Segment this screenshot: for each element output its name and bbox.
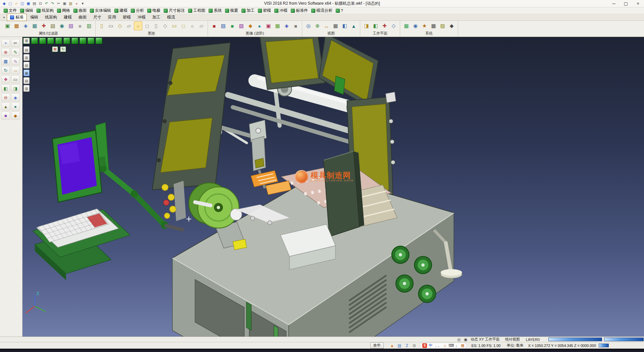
palette-icon[interactable]: ❖	[1, 75, 10, 83]
save-icon[interactable]: ◫	[19, 1, 25, 6]
view-list-icon[interactable]: ≣	[23, 38, 30, 44]
save-all-icon[interactable]: ▣	[25, 1, 31, 6]
half-shade-right-icon[interactable]: ◨	[11, 84, 20, 92]
menu-electrode[interactable]: 电极	[146, 7, 162, 14]
graphics-cube-icon[interactable]: □	[179, 21, 187, 30]
view-cube-right-icon[interactable]	[55, 38, 62, 44]
system-snap-icon[interactable]: ★	[420, 21, 429, 30]
graphics-wedge-icon[interactable]: ◇	[161, 21, 169, 30]
side-tool-icon-2[interactable]: ▥	[23, 54, 30, 61]
tab-die[interactable]: 冲模	[134, 13, 149, 21]
cut-tool-icon[interactable]: ✂	[11, 39, 20, 47]
tabbar-dropdown-icon[interactable]: ▾	[1, 16, 7, 19]
ime-mic-icon[interactable]: ♩	[455, 343, 459, 348]
undo-icon[interactable]: ↶	[44, 1, 49, 6]
new-file-icon[interactable]: ▢	[7, 1, 13, 6]
move-icon[interactable]: ↔	[11, 66, 20, 74]
gem-icon[interactable]: ◈	[11, 93, 20, 101]
menu-machining[interactable]: 加工	[240, 7, 256, 14]
filter-shade-icon[interactable]: ▧	[67, 21, 75, 30]
tab-wireframe[interactable]: 线架构	[42, 13, 60, 21]
layer-manager-icon[interactable]: ◈	[21, 21, 30, 30]
graphics-cone-icon[interactable]: ◇	[116, 21, 124, 30]
tab-mold[interactable]: 塑模	[119, 13, 134, 21]
menu-mesh[interactable]: 网格	[55, 7, 72, 14]
tab-flow[interactable]: 模流	[164, 13, 178, 21]
ime-emoji-icon[interactable]: ☺	[443, 343, 447, 348]
workplane-left-icon[interactable]: ◧	[371, 21, 380, 30]
menu-edit[interactable]: 编辑	[18, 7, 35, 14]
tab-machining[interactable]: 加工	[149, 13, 164, 21]
view-half-icon[interactable]: ◧	[340, 21, 349, 30]
side-tool-icon-4[interactable]: ▦	[23, 70, 30, 76]
system-pattern-icon[interactable]: ▨	[438, 21, 447, 30]
render-light-icon[interactable]: ●	[255, 21, 264, 30]
view-cube-iso-icon[interactable]	[31, 38, 38, 44]
mesh-icon[interactable]: ▦	[1, 57, 10, 65]
open-file-icon[interactable]: ▱	[13, 1, 19, 6]
view-zoom-fit-icon[interactable]: ⊕	[313, 21, 322, 30]
menu-wireframe[interactable]: 线架构	[35, 7, 55, 14]
menu-drawing[interactable]: 工程图	[186, 7, 207, 14]
visi-logo-icon[interactable]: ◆	[1, 1, 7, 6]
plot-preview-icon[interactable]: ⊡	[38, 1, 43, 6]
workplane-target-icon[interactable]: ◎	[456, 337, 462, 342]
menu-standard-parts[interactable]: 标准件	[289, 7, 310, 14]
diamond-tool-icon[interactable]: ◆	[11, 112, 20, 120]
menu-solid-edit[interactable]: 实体编辑	[88, 7, 113, 14]
menu-window[interactable]: 视窗	[223, 7, 240, 14]
filter-grid-icon[interactable]: ▦	[31, 21, 39, 30]
circle-tool-icon[interactable]: ●	[11, 102, 20, 111]
workplane-right-icon[interactable]: ◨	[362, 21, 371, 30]
menu-system[interactable]: 系统	[207, 7, 223, 14]
render-texture-icon[interactable]: ▧	[237, 21, 246, 30]
menu-modeling[interactable]: 建模	[113, 7, 129, 14]
filter-add-icon[interactable]: ✚	[40, 21, 48, 30]
ime-punctuation-icon[interactable]: ，。	[434, 343, 441, 348]
side-tool-icon-6[interactable]: ▥	[23, 85, 30, 92]
cut-icon[interactable]: ✂	[56, 1, 61, 6]
minimize-button[interactable]: ─	[608, 0, 620, 7]
snap-point-icon[interactable]: ⊕	[1, 48, 10, 56]
ime-toolbox-icon[interactable]: ▦	[461, 343, 464, 348]
zoom-in-icon[interactable]: ＋	[1, 39, 10, 47]
maximize-button[interactable]: ▢	[620, 0, 632, 7]
tab-surface[interactable]: 曲面	[75, 13, 90, 21]
graphics-plate-icon[interactable]: ▭	[170, 21, 178, 30]
graphics-prism-icon[interactable]: ▱	[125, 21, 133, 30]
filter-target-icon[interactable]: ◉	[58, 21, 66, 30]
triangle-tool-icon[interactable]: ▲	[1, 102, 10, 111]
side-tool-icon-5[interactable]: ▤	[23, 77, 30, 84]
view-cube-bottom-icon[interactable]	[79, 38, 86, 44]
profiles-icon[interactable]: 2	[404, 343, 410, 348]
menu-file[interactable]: 文件	[2, 7, 18, 14]
side-tool-icon-1[interactable]: ▤	[23, 46, 30, 53]
graphics-cylinder-icon[interactable]: ▯	[98, 21, 106, 30]
menu-help[interactable]: ?	[334, 8, 345, 13]
view-grid-icon[interactable]: ▦	[331, 21, 340, 30]
tab-standard[interactable]: 标准	[7, 13, 27, 21]
tab-modeling[interactable]: 建模	[60, 13, 75, 21]
view-pan-icon[interactable]: ↔	[322, 21, 331, 30]
view-cube-front-icon[interactable]	[47, 38, 54, 44]
graphics-tube-icon[interactable]: ▯	[152, 21, 160, 30]
sketch-icon[interactable]: ✎	[11, 48, 20, 56]
attribute-color-icon[interactable]: ▩	[12, 21, 21, 30]
copy-icon[interactable]: ▣	[62, 1, 67, 6]
rotate-view-icon[interactable]: ↻	[1, 66, 10, 74]
paste-icon[interactable]: ▥	[68, 1, 73, 6]
system-globe-icon[interactable]: ◉	[411, 21, 420, 30]
layer-label[interactable]: LAYER0	[526, 338, 540, 342]
tab-dimension[interactable]: 尺寸	[90, 13, 105, 21]
remove-icon[interactable]: ⊖	[1, 93, 10, 101]
render-shadow-icon[interactable]: ▣	[264, 21, 273, 30]
graphics-block-icon[interactable]: ▭	[107, 21, 115, 30]
ime-keyboard-icon[interactable]: ⌨	[448, 343, 454, 348]
view-cube-back-icon[interactable]	[63, 38, 70, 44]
sogou-logo-icon[interactable]: S	[422, 343, 427, 348]
filter-list-icon[interactable]: ≡	[76, 21, 84, 30]
view-cube-top-icon[interactable]	[39, 38, 46, 44]
search-icon[interactable]: ⊙	[411, 343, 417, 348]
render-material-icon[interactable]: ◆	[246, 21, 255, 30]
graphics-sphere-icon[interactable]: ○	[134, 21, 142, 30]
